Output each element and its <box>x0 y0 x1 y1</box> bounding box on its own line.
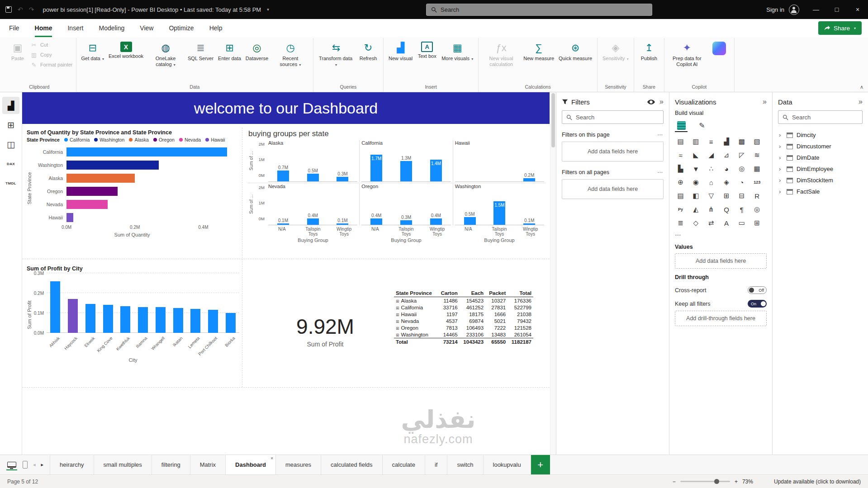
minimize-button[interactable]: — <box>806 0 826 19</box>
key-influencers-icon[interactable]: ◭ <box>690 204 702 215</box>
transform-data-button[interactable]: ⇆Transform data ▾ <box>317 39 356 68</box>
sidebar-table-view[interactable]: ⊞ <box>2 116 19 133</box>
publish-button[interactable]: ↥Publish <box>637 39 661 62</box>
paginated-report-icon[interactable]: ≣ <box>675 218 686 228</box>
account-avatar-icon[interactable] <box>789 5 799 15</box>
power-automate-icon[interactable]: ⇄ <box>706 218 717 228</box>
new-visual-button[interactable]: ▟New visual <box>387 39 414 62</box>
page-tab-calculated-fields[interactable]: calculated fields <box>321 455 383 474</box>
paste-button[interactable]: ▣Paste <box>6 39 29 62</box>
dataverse-button[interactable]: ◎Dataverse <box>244 39 270 62</box>
cut-button[interactable]: ✂Cut <box>30 42 73 48</box>
new-visual-placeholder-icon[interactable]: ⊞ <box>751 218 763 228</box>
page-tab-measures[interactable]: measures <box>276 455 321 474</box>
scrollbar-thumb[interactable] <box>551 93 555 147</box>
desktop-view-button[interactable] <box>6 459 17 470</box>
line-chart-icon[interactable]: ≈ <box>675 150 686 161</box>
page-tab-if[interactable]: if <box>425 455 448 474</box>
bar[interactable] <box>173 308 183 333</box>
canvas-scrollbar[interactable] <box>550 92 556 455</box>
update-available-link[interactable]: Update available (click to download) <box>774 479 861 485</box>
excel-workbook-button[interactable]: XExcel workbook <box>107 39 145 60</box>
new-visual-calculation-button[interactable]: ƒxNew visual calculation <box>482 39 521 68</box>
page-tab-filtering[interactable]: filtering <box>152 455 190 474</box>
qa-visual-icon[interactable]: Q <box>721 204 732 215</box>
bar[interactable] <box>66 161 159 170</box>
expand-icon[interactable]: ⊞ <box>396 326 399 331</box>
slicer-icon[interactable]: ▽ <box>706 190 717 201</box>
menu-insert[interactable]: Insert <box>67 19 83 37</box>
tab-format-visual[interactable]: ✎ <box>696 119 708 132</box>
sidebar-tmdl-view[interactable]: TMDL <box>2 175 19 192</box>
hundred-stacked-bar-chart-icon[interactable]: ▩ <box>736 136 747 147</box>
page-tab-small-multiples[interactable]: small multiples <box>94 455 152 474</box>
tab-build-visual[interactable] <box>675 119 688 132</box>
cross-report-toggle[interactable]: Off <box>748 286 767 294</box>
bar[interactable] <box>68 299 78 333</box>
table-row[interactable]: ⊞California3371646125227831522799 <box>394 304 533 311</box>
menu-home[interactable]: Home <box>35 19 52 37</box>
azure-map-icon[interactable]: ◈ <box>721 177 732 188</box>
sidebar-report-view[interactable]: ▟ <box>2 97 19 114</box>
filters-page-dropzone[interactable]: Add data fields here <box>562 142 664 161</box>
title-dropdown-icon[interactable]: ▾ <box>267 7 269 12</box>
line-and-stacked-column-chart-icon[interactable]: ⊿ <box>721 150 732 161</box>
format-painter-button[interactable]: ✎Format painter <box>30 62 73 68</box>
quick-measure-button[interactable]: ⊛Quick measure <box>557 39 594 62</box>
more-options-icon[interactable]: ⋯ <box>657 132 664 138</box>
filled-map-icon[interactable]: ◉ <box>690 177 702 188</box>
expand-icon[interactable]: ⊞ <box>396 333 399 337</box>
menu-optimize[interactable]: Optimize <box>169 19 194 37</box>
data-table-dimemployee[interactable]: ›DimEmployee <box>778 163 863 175</box>
global-search-input[interactable]: Search <box>426 4 652 16</box>
zoom-slider[interactable] <box>680 481 730 482</box>
table-row[interactable]: ⊞Hawaii119718175166621038 <box>394 311 533 317</box>
python-visual-icon[interactable]: Py <box>675 204 686 215</box>
page-tab-switch[interactable]: switch <box>447 455 483 474</box>
data-table-factsale[interactable]: ›FactSale <box>778 186 863 197</box>
refresh-button[interactable]: ↻Refresh <box>356 39 380 62</box>
smart-narrative-icon[interactable]: ¶ <box>736 204 747 215</box>
funnel-chart-icon[interactable]: ▼ <box>690 163 702 174</box>
dashboard-banner[interactable]: welcome to our Dashboard <box>22 92 550 124</box>
prep-data-for-copilot-ai-button[interactable]: ✦Prep data for Copilot AI <box>668 39 707 68</box>
donut-chart-icon[interactable]: ◎ <box>736 163 747 174</box>
sql-server-button[interactable]: ≣SQL Server <box>186 39 215 62</box>
treemap-icon[interactable]: ▦ <box>751 163 763 174</box>
bar[interactable] <box>120 306 130 333</box>
bar[interactable]: 1.5M <box>493 201 505 225</box>
table-row[interactable]: ⊞Nevada453769874502179432 <box>394 317 533 324</box>
bar[interactable] <box>337 223 348 225</box>
sidebar-dax-query-view[interactable]: DAX <box>2 155 19 172</box>
clustered-column-chart-icon[interactable]: ▟ <box>721 136 732 147</box>
bar[interactable] <box>66 213 73 222</box>
arcgis-map-icon[interactable]: ◇ <box>690 218 702 228</box>
sign-in-link[interactable]: Sign in <box>762 6 789 13</box>
clustered-bar-chart-icon[interactable]: ≡ <box>706 136 717 147</box>
next-page-arrow[interactable]: ▸ <box>41 462 44 468</box>
table-icon[interactable]: ⊞ <box>721 190 732 201</box>
hundred-stacked-column-chart-icon[interactable]: ▧ <box>751 136 763 147</box>
expand-icon[interactable]: ⊞ <box>396 306 399 310</box>
data-table-dimstockitem[interactable]: ›DimStockItem <box>778 175 863 186</box>
bar[interactable] <box>138 307 148 333</box>
menu-view[interactable]: View <box>140 19 153 37</box>
metrics-icon[interactable]: ◎ <box>751 204 763 215</box>
expand-icon[interactable]: ⊞ <box>396 319 399 324</box>
bar[interactable] <box>226 313 236 333</box>
close-button[interactable]: × <box>847 0 868 19</box>
save-icon[interactable] <box>5 6 12 13</box>
new-page-button[interactable]: + <box>531 455 550 474</box>
page-tab-lookupvalu[interactable]: lookupvalu <box>484 455 531 474</box>
ribbon-chart-icon[interactable]: ≋ <box>751 150 763 161</box>
stacked-column-chart-icon[interactable]: ▥ <box>690 136 702 147</box>
matrix-icon[interactable]: ⊟ <box>736 190 747 201</box>
stacked-bar-chart-icon[interactable]: ▤ <box>675 136 686 147</box>
bar[interactable] <box>400 220 412 225</box>
bar[interactable] <box>50 281 60 333</box>
waterfall-chart-icon[interactable]: ▙ <box>675 163 686 174</box>
data-table-dimcity[interactable]: ›Dimcity <box>778 129 863 141</box>
enter-data-button[interactable]: ⊞Enter data <box>216 39 243 62</box>
bar[interactable] <box>156 307 166 333</box>
bar[interactable] <box>523 178 535 181</box>
